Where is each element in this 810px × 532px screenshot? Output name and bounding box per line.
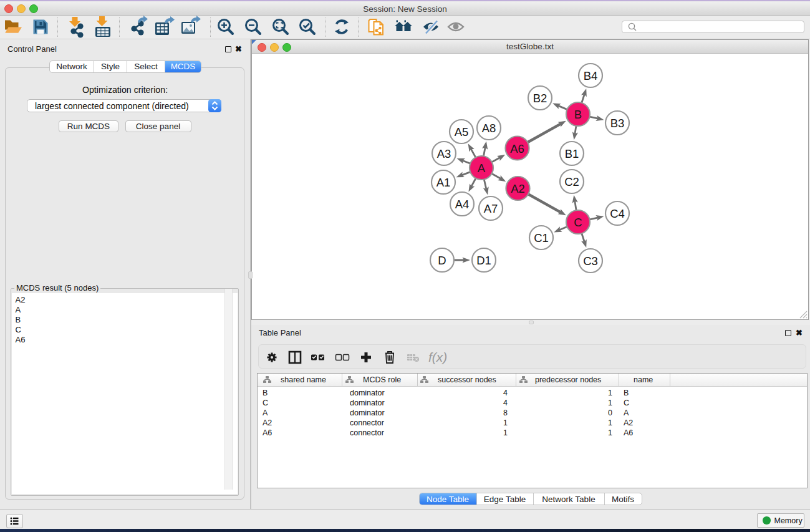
svg-text:A3: A3 — [437, 147, 451, 160]
svg-text:C: C — [574, 216, 582, 229]
svg-text:D: D — [438, 254, 446, 267]
svg-text:B3: B3 — [610, 117, 625, 130]
svg-text:A8: A8 — [482, 122, 496, 135]
svg-text:f(x): f(x) — [428, 350, 447, 364]
svg-text:A2: A2 — [511, 182, 525, 195]
svg-text:C1: C1 — [534, 231, 549, 244]
svg-text:B2: B2 — [533, 92, 547, 105]
svg-text:A5: A5 — [455, 125, 469, 138]
svg-text:A7: A7 — [484, 202, 498, 215]
svg-text:A6: A6 — [510, 142, 524, 155]
svg-text:C4: C4 — [610, 207, 625, 220]
svg-text:A: A — [478, 162, 486, 175]
svg-text:A4: A4 — [455, 198, 470, 211]
svg-text:C3: C3 — [583, 254, 598, 268]
svg-text:B: B — [574, 108, 582, 121]
svg-text:C2: C2 — [564, 175, 579, 188]
svg-text:B4: B4 — [584, 69, 598, 82]
svg-text:B1: B1 — [565, 147, 579, 160]
svg-text:A1: A1 — [436, 176, 451, 189]
svg-text:D1: D1 — [476, 254, 491, 267]
